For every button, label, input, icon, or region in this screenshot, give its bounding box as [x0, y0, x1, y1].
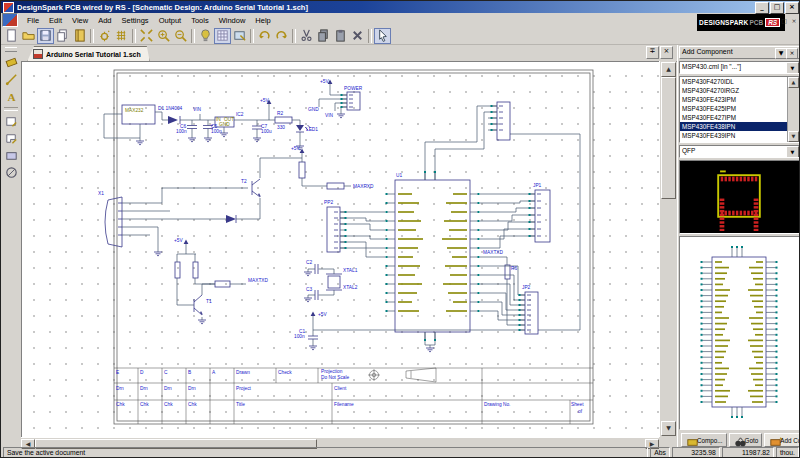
add-shape-polygon-button[interactable] [3, 130, 20, 147]
svg-text:+5V: +5V [260, 98, 269, 103]
colors-button[interactable] [197, 28, 214, 44]
footprint-preview [679, 160, 800, 234]
grid-settings-button[interactable] [113, 28, 130, 44]
toolbar-grip[interactable] [5, 47, 17, 52]
view-all-button[interactable] [138, 28, 155, 44]
panel-tab-strip: Compo...GotoAdd Co... [679, 433, 800, 447]
add-connection-button[interactable] [3, 71, 20, 88]
menu-edit[interactable]: Edit [44, 15, 67, 26]
zoom-in-button[interactable] [155, 28, 172, 44]
copy-button[interactable] [315, 28, 332, 44]
component-list-scrollbar[interactable]: ▲ ▼ [787, 77, 799, 142]
dropdown-arrow-icon[interactable]: ▼ [786, 146, 799, 158]
panel-tab-addco[interactable]: Add Co... [764, 433, 800, 447]
menu-add[interactable]: Add [93, 15, 116, 26]
panel-tab-compo[interactable]: Compo... [681, 433, 727, 447]
add-component-button[interactable] [3, 54, 20, 71]
panel-tab-goto[interactable]: Goto [729, 433, 763, 447]
document-icon[interactable] [2, 13, 18, 27]
brand-name: DESIGNSPARK [699, 19, 748, 26]
paste-button[interactable] [332, 28, 349, 44]
save-button[interactable] [37, 28, 54, 44]
redo-button[interactable] [273, 28, 290, 44]
component-item[interactable]: MSP430F4270IRGZ [680, 86, 788, 95]
menu-window[interactable]: Window [214, 15, 251, 26]
schematic-drawing: MAX232D1 1N4004VINC6100nC5100nINOUTGNDIC… [22, 62, 660, 438]
select-mode-button[interactable] [374, 28, 391, 44]
mdi-close-button[interactable]: × [789, 17, 799, 26]
component-item[interactable]: MSP430FE423IPM [680, 95, 788, 104]
cut-button[interactable] [298, 28, 315, 44]
libraries-button[interactable] [71, 28, 88, 44]
svg-text:100n: 100n [211, 129, 222, 134]
vertical-scrollbar[interactable]: ▲ ▼ [659, 61, 676, 437]
svg-text:A: A [7, 91, 16, 103]
menu-settings[interactable]: Settings [117, 15, 154, 26]
toolbar-separator [191, 29, 195, 43]
zoom-out-button[interactable] [172, 28, 189, 44]
add-text-button[interactable]: A [3, 88, 20, 105]
svg-text:100u: 100u [261, 129, 272, 134]
tab-close-button[interactable]: × [660, 46, 673, 59]
menu-tools[interactable]: Tools [186, 15, 214, 26]
window-title: DesignSpark PCB wired by RS - [Schematic… [17, 3, 308, 12]
mdi-restore-button[interactable]: □ [779, 17, 789, 26]
svg-text:C: C [164, 370, 168, 375]
main-toolbar [1, 27, 800, 45]
svg-text:Chk: Chk [164, 402, 173, 407]
close-document-button[interactable] [54, 28, 71, 44]
svg-text:R2: R2 [277, 111, 283, 116]
svg-text:GND: GND [219, 122, 230, 127]
svg-text:MAXRXD: MAXRXD [353, 184, 374, 189]
component-item[interactable]: MSP430F4270IDL [680, 77, 788, 86]
svg-text:Drn: Drn [116, 386, 124, 391]
panel-header[interactable]: Add Component ▼ × [679, 46, 800, 59]
svg-text:+5V: +5V [291, 146, 300, 151]
dropdown-arrow-icon[interactable]: ▼ [786, 62, 799, 74]
mdi-minimize-button[interactable]: – [769, 17, 779, 26]
svg-text:IC2: IC2 [236, 112, 244, 117]
menu-file[interactable]: File [22, 15, 44, 26]
svg-text:+5V: +5V [318, 312, 327, 317]
design-browser-button[interactable] [231, 28, 248, 44]
svg-text:MAXTXD: MAXTXD [483, 250, 504, 255]
panel-close-button[interactable]: × [786, 48, 798, 59]
svg-text:A: A [212, 370, 216, 375]
undo-button[interactable] [256, 28, 273, 44]
package-dropdown-value: QFP [682, 147, 695, 154]
grid-toggle-button[interactable] [214, 28, 231, 44]
component-list[interactable]: MSP430F4270IDLMSP430F4270IRGZMSP430FE423… [679, 76, 800, 143]
menu-help[interactable]: Help [250, 15, 275, 26]
svg-text:VIN: VIN [325, 113, 334, 118]
schematic-canvas[interactable]: MAX232D1 1N4004VINC6100nC5100nINOUTGNDIC… [21, 61, 659, 437]
component-item[interactable]: MSP430FE425IPM [680, 104, 788, 113]
title-bar: DesignSpark PCB wired by RS - [Schematic… [1, 1, 800, 13]
component-item[interactable]: MSP430FE438IPN [680, 122, 788, 131]
new-design-button[interactable] [3, 28, 20, 44]
svg-text:Drn: Drn [164, 386, 172, 391]
svg-text:MAXTXD: MAXTXD [248, 278, 269, 283]
svg-text:Drn: Drn [140, 386, 148, 391]
menu-view[interactable]: View [67, 15, 93, 26]
component-item[interactable]: MSP430FE427IPM [680, 113, 788, 122]
brand-suffix: PCB [749, 19, 763, 26]
svg-text:Projection: Projection [321, 369, 343, 374]
delete-button[interactable] [349, 28, 366, 44]
package-dropdown[interactable]: QFP ▼ [679, 145, 800, 158]
svg-text:Client: Client [334, 386, 347, 391]
tab-arduino-serial-tutorial[interactable]: Arduino Serial Tutorial 1.sch [27, 46, 150, 62]
component-item[interactable]: MSP430FE439IPN [680, 131, 788, 140]
document-tab-bar: Arduino Serial Tutorial 1.sch ∓ × [21, 45, 677, 62]
status-bar: Save the active document Abs 3235.98 119… [1, 447, 800, 458]
svg-text:Title: Title [236, 402, 245, 407]
svg-text:Chk: Chk [116, 402, 125, 407]
tab-pin-button[interactable]: ∓ [646, 46, 659, 59]
menu-output[interactable]: Output [154, 15, 187, 26]
add-shape-filled-button[interactable] [3, 147, 20, 164]
svg-text:Chk: Chk [140, 402, 149, 407]
technology-button[interactable] [96, 28, 113, 44]
library-dropdown[interactable]: MSP430.cml [in "..."] ▼ [679, 61, 800, 74]
add-shape-rectangle-button[interactable] [3, 113, 20, 130]
open-button[interactable] [20, 28, 37, 44]
add-shape-ellipse-button[interactable] [3, 164, 20, 181]
